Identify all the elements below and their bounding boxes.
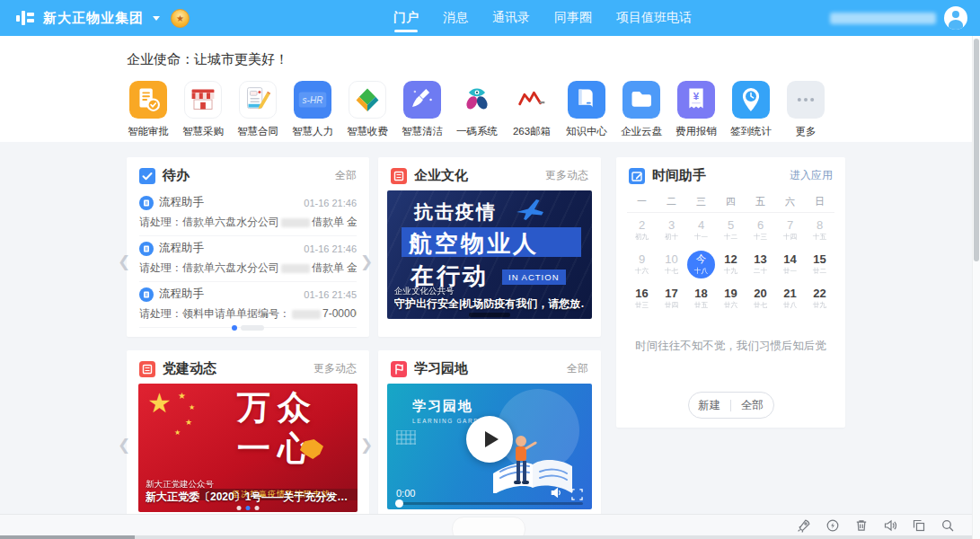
calendar-day[interactable]: 8 十五 <box>805 213 834 247</box>
app-icon: s-HR <box>294 81 331 119</box>
calendar-day[interactable]: 20 廿七 <box>746 281 775 315</box>
calendar-day[interactable]: 今 十八 <box>686 247 716 281</box>
trash-icon[interactable] <box>854 518 869 533</box>
fullscreen-icon[interactable] <box>571 488 583 499</box>
party-poster[interactable]: ★ ★ ★ ★ ★ 万众一心 坚决打赢疫情防控阻击战 新大正党建公众号 新大正党… <box>138 384 358 512</box>
app-shortcut[interactable]: 智能审批 <box>122 81 174 138</box>
culture-poster[interactable]: 抗击疫情 航空物业人 在行动 IN ACTION 企业文化公共号 守护出行安全|… <box>387 190 592 319</box>
calendar-day[interactable]: 2 初九 <box>627 213 657 247</box>
todo-item[interactable]: 流程助手 01-16 21:45 请处理：领料申请单单据编号：7-000001 <box>139 282 357 328</box>
calendar-day[interactable]: 22 廿九 <box>805 281 834 315</box>
weekday-label: 六 <box>775 191 805 212</box>
learning-all-link[interactable]: 全部 <box>567 361 588 376</box>
nav-tab[interactable]: 项目值班电话 <box>616 0 692 36</box>
todo-text: 请处理：借款单六盘水分公司借款单 金额… <box>139 215 357 230</box>
company-brand[interactable]: 新大正物业集团 ★ <box>14 0 190 36</box>
calendar-day[interactable]: 3 初十 <box>657 213 686 247</box>
nav-tab[interactable]: 门户 <box>393 0 419 36</box>
calendar-day[interactable]: 17 廿四 <box>657 281 686 315</box>
horizontal-scrollbar[interactable] <box>0 535 980 539</box>
vertical-scrollbar[interactable] <box>972 36 980 539</box>
user-area[interactable] <box>830 0 967 36</box>
todo-pagination[interactable] <box>127 325 369 331</box>
redacted-text <box>292 310 321 319</box>
all-button[interactable]: 全部 <box>731 398 773 413</box>
chevron-down-icon[interactable] <box>153 16 160 21</box>
calendar-day[interactable]: 4 十一 <box>686 213 716 247</box>
calendar-day[interactable]: 5 十二 <box>716 213 746 247</box>
calendar-day[interactable]: 13 二十 <box>746 247 775 281</box>
app-icon <box>239 81 277 119</box>
app-shortcut[interactable]: ¥ 费用报销 <box>670 81 722 138</box>
nav-tab[interactable]: 消息 <box>443 0 468 36</box>
app-shortcut[interactable]: 智慧合同 <box>232 81 284 138</box>
party-carousel-dots[interactable] <box>237 506 260 510</box>
horizontal-scrollbar-thumb[interactable] <box>0 535 135 539</box>
calendar-day[interactable]: 12 十九 <box>716 247 746 281</box>
app-icon <box>622 81 660 119</box>
carousel-right-arrow[interactable]: ❯ <box>360 253 371 271</box>
active-page-dot[interactable] <box>232 325 237 331</box>
workflow-assistant-icon <box>139 287 154 302</box>
inactive-page-bar[interactable] <box>241 325 264 331</box>
poster-headline[interactable]: 守护出行安全|机场防疫有我们，请您放… <box>394 296 585 312</box>
workflow-assistant-icon <box>139 242 154 256</box>
learning-card: 学习园地 全部 学习园地 LEARNING GARDEN <box>378 350 601 516</box>
mini-calendar: 一二三四五六日 2 初九 3 初十 4 十一 <box>616 191 845 315</box>
play-button[interactable] <box>466 416 513 463</box>
party-more-link[interactable]: 更多动态 <box>313 361 357 376</box>
nav-tab[interactable]: 通讯录 <box>492 0 530 36</box>
redacted-text <box>281 264 310 273</box>
carousel-right-arrow[interactable]: ❯ <box>360 437 371 455</box>
performance-icon[interactable] <box>825 518 840 533</box>
calendar-day[interactable]: 6 十三 <box>746 213 775 247</box>
airplane-icon <box>515 198 545 221</box>
top-header-bar: 新大正物业集团 ★ 门户消息通讯录同事圈项目值班电话 <box>0 0 980 36</box>
weekday-label: 三 <box>686 191 716 212</box>
app-shortcut[interactable]: 知识中心 <box>561 81 613 138</box>
app-shortcut[interactable]: 企业云盘 <box>615 81 667 138</box>
nav-tab[interactable]: 同事圈 <box>554 0 592 36</box>
calendar-day[interactable]: 19 廿六 <box>716 281 746 315</box>
todo-item[interactable]: 流程助手 01-16 21:46 请处理：借款单六盘水分公司借款单 金额… <box>139 190 357 236</box>
video-player[interactable]: 学习园地 LEARNING GARDEN 0:00 <box>387 384 592 509</box>
app-shortcut[interactable]: s-HR 智慧人力 <box>287 81 339 138</box>
enter-app-link[interactable]: 进入应用 <box>790 168 833 183</box>
app-shortcut[interactable]: 智慧清洁 <box>396 81 448 138</box>
calendar-day[interactable]: 9 十六 <box>627 247 657 281</box>
search-icon[interactable] <box>940 518 955 533</box>
windows-icon[interactable] <box>912 518 926 533</box>
carousel-left-arrow[interactable]: ❮ <box>118 253 128 271</box>
calendar-day[interactable]: 16 廿三 <box>627 281 657 315</box>
calendar-edit-icon <box>629 168 645 184</box>
calendar-day[interactable]: 10 十七 <box>657 247 686 281</box>
weekday-label: 四 <box>716 191 746 212</box>
calendar-day[interactable]: 14 廿一 <box>775 247 805 281</box>
todo-item[interactable]: 流程助手 01-16 21:46 请处理：借款单六盘水分公司借款单 金额… <box>139 236 357 282</box>
vertical-scrollbar-thumb[interactable] <box>974 39 979 261</box>
poster-line1: 抗击疫情 <box>414 199 497 225</box>
culture-more-link[interactable]: 更多动态 <box>545 168 588 183</box>
avatar[interactable] <box>944 6 967 30</box>
calendar-day[interactable]: 15 廿二 <box>805 247 834 281</box>
progress-knob[interactable] <box>395 499 403 508</box>
video-progress-bar[interactable] <box>396 502 583 505</box>
app-icon <box>403 81 441 119</box>
poster-headline[interactable]: 新大正党委〔2020〕1号——关于充分发… <box>146 490 350 505</box>
calendar-day[interactable]: 18 廿五 <box>686 281 716 315</box>
todo-all-link[interactable]: 全部 <box>335 168 357 183</box>
app-shortcut[interactable]: 智慧采购 <box>177 81 229 138</box>
app-shortcut[interactable]: 263邮箱 <box>506 81 558 138</box>
carousel-left-arrow[interactable]: ❮ <box>118 437 128 455</box>
app-shortcut[interactable]: 一碼系统 <box>451 81 503 138</box>
rocket-icon[interactable] <box>797 518 811 533</box>
calendar-day[interactable]: 7 十四 <box>775 213 805 247</box>
app-shortcut[interactable]: 签到统计 <box>725 81 777 138</box>
new-button[interactable]: 新建 <box>689 398 731 413</box>
app-shortcut[interactable]: 更多 <box>780 81 832 138</box>
volume-icon[interactable] <box>883 518 897 533</box>
volume-icon[interactable] <box>550 486 563 499</box>
calendar-day[interactable]: 21 廿八 <box>775 281 805 315</box>
party-news-card: 党建动态 更多动态 ★ ★ ★ ★ ★ 万众一心 坚决打赢疫情防控阻击战 新大正… <box>127 350 369 516</box>
app-shortcut[interactable]: 智慧收费 <box>341 81 393 138</box>
